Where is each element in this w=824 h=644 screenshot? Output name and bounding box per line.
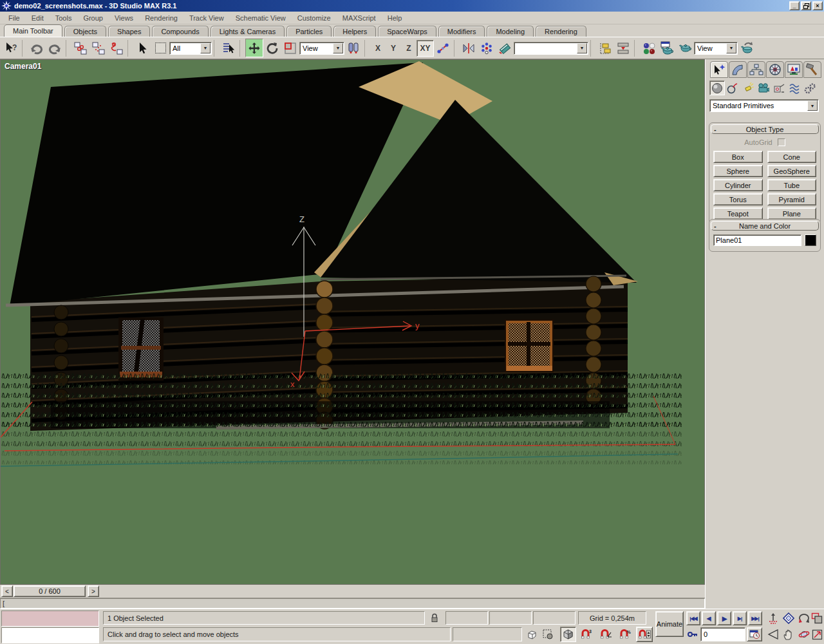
field-of-view-button[interactable] [766, 627, 780, 641]
menu-maxscript[interactable]: MAXScript [337, 12, 382, 24]
plane-button[interactable]: Plane [767, 207, 817, 220]
minimize-button[interactable]: _ [789, 1, 800, 10]
tab-modeling[interactable]: Modeling [487, 26, 534, 37]
tab-particles[interactable]: Particles [286, 26, 332, 37]
menu-group[interactable]: Group [77, 12, 109, 24]
region-zoom-button[interactable] [810, 611, 824, 625]
restrict-to-x-button[interactable]: X [370, 40, 386, 57]
tab-main-toolbar[interactable]: Main Toolbar [4, 24, 62, 37]
previous-frame-button[interactable]: ◀| [702, 611, 716, 625]
undo-button[interactable] [28, 39, 46, 57]
menu-help[interactable]: Help [382, 12, 408, 24]
menu-schematic-view[interactable]: Schematic View [230, 12, 292, 24]
cylinder-button[interactable]: Cylinder [713, 179, 763, 191]
time-slider-track[interactable] [100, 585, 702, 597]
dropdown-arrow-icon[interactable]: ▼ [333, 43, 343, 53]
box-button[interactable]: Box [713, 151, 763, 163]
dropdown-arrow-icon[interactable]: ▼ [807, 100, 818, 111]
tab-shapes[interactable]: Shapes [108, 26, 150, 37]
category-space-warps[interactable] [787, 80, 802, 95]
tab-rendering[interactable]: Rendering [536, 26, 586, 37]
object-name-field[interactable]: Plane01 [713, 234, 801, 246]
next-frame-button[interactable]: ▶| [733, 611, 747, 625]
key-mode-toggle[interactable] [686, 627, 699, 641]
menu-views[interactable]: Views [109, 12, 139, 24]
dropdown-arrow-icon[interactable]: ▼ [577, 43, 587, 53]
tab-lights-cameras[interactable]: Lights & Cameras [211, 26, 285, 37]
snap-3d-button[interactable]: 3 [578, 627, 595, 641]
tab-modifiers[interactable]: Modifiers [438, 26, 485, 37]
tab-display[interactable] [785, 61, 803, 78]
teapot-button[interactable]: Teapot [713, 207, 763, 220]
tab-utilities[interactable] [803, 61, 821, 78]
pyramid-button[interactable]: Pyramid [767, 193, 817, 205]
select-object-button[interactable] [133, 39, 151, 57]
category-geometry[interactable] [709, 80, 725, 95]
select-and-link-button[interactable] [71, 39, 89, 57]
mirror-button[interactable] [460, 39, 478, 57]
align-button[interactable] [496, 39, 514, 57]
restrict-to-xy-plane-button[interactable]: XY [417, 40, 434, 57]
category-lights[interactable] [740, 80, 756, 95]
dropdown-arrow-icon[interactable]: ▼ [200, 43, 211, 53]
tab-spacewarps[interactable]: SpaceWarps [378, 26, 436, 37]
cone-button[interactable]: Cone [767, 151, 817, 163]
animate-button[interactable]: Animate [655, 611, 684, 637]
degradation-override-toggle[interactable] [525, 627, 539, 641]
help-mode-button[interactable]: ? [2, 39, 20, 57]
time-prev-button[interactable]: < [1, 585, 13, 597]
restrict-to-z-button[interactable]: Z [401, 40, 417, 57]
dropdown-arrow-icon[interactable]: ▼ [726, 43, 736, 53]
material-editor-button[interactable] [640, 39, 658, 57]
coordinate-x-field[interactable] [445, 611, 488, 625]
current-frame-field[interactable]: 0 [700, 627, 745, 641]
rectangular-selection-region-button[interactable] [151, 39, 169, 57]
select-and-scale-button[interactable] [281, 39, 299, 57]
menu-tools[interactable]: Tools [50, 12, 78, 24]
unlink-button[interactable] [89, 39, 108, 57]
named-selection-sets-dropdown[interactable]: ▼ [514, 42, 588, 55]
render-type-dropdown[interactable]: View ▼ [694, 42, 738, 55]
tube-button[interactable]: Tube [767, 179, 817, 191]
track-bar[interactable]: [ [0, 598, 705, 609]
coordinate-z-field[interactable] [533, 611, 576, 625]
tab-create[interactable] [710, 61, 728, 78]
sphere-button[interactable]: Sphere [713, 165, 763, 177]
title-bar[interactable]: demo02_screenshots.max - 3D Studio MAX R… [0, 0, 824, 12]
tab-modify[interactable] [729, 61, 747, 78]
go-to-end-button[interactable]: ▶▶| [748, 611, 762, 625]
object-type-rollout-header[interactable]: - Object Type [711, 124, 819, 134]
time-slider-thumb[interactable]: 0 / 600 [14, 585, 86, 597]
tab-compounds[interactable]: Compounds [152, 26, 208, 37]
spinner-snap-toggle[interactable] [636, 627, 653, 642]
bind-to-spacewarp-button[interactable] [108, 39, 126, 57]
render-scene-button[interactable] [658, 39, 676, 57]
viewport-label[interactable]: Camera01 [5, 62, 41, 71]
time-configuration-button[interactable] [747, 627, 762, 641]
maxscript-mini-listener-pink[interactable] [1, 611, 99, 627]
restore-button[interactable] [801, 1, 811, 10]
truck-camera-button[interactable] [782, 627, 796, 641]
torus-button[interactable]: Torus [713, 193, 763, 205]
menu-track-view[interactable]: Track View [183, 12, 230, 24]
select-and-manipulate-button[interactable] [434, 39, 452, 57]
tab-hierarchy[interactable] [747, 61, 765, 78]
array-button[interactable] [478, 39, 496, 57]
coordinate-y-field[interactable] [489, 611, 532, 625]
snap-toggle-3d[interactable] [560, 627, 576, 642]
roll-camera-button[interactable] [797, 611, 811, 625]
redo-button[interactable] [46, 39, 64, 57]
angle-snap-button[interactable] [597, 627, 614, 641]
object-color-swatch[interactable] [805, 234, 816, 246]
render-last-button[interactable] [738, 39, 756, 57]
autogrid-checkbox[interactable] [778, 138, 785, 146]
camera-viewport[interactable]: Z y x Camera01 [0, 59, 705, 585]
category-helpers[interactable] [771, 80, 787, 95]
reference-coordinate-system-dropdown[interactable]: View ▼ [299, 42, 344, 55]
tab-motion[interactable] [766, 61, 784, 78]
tab-helpers[interactable]: Helpers [333, 26, 376, 37]
go-to-start-button[interactable]: |◀◀ [686, 611, 700, 625]
geosphere-button[interactable]: GeoSphere [767, 165, 817, 177]
quick-render-button[interactable] [676, 39, 694, 57]
primitive-class-dropdown[interactable]: Standard Primitives ▼ [709, 99, 819, 112]
